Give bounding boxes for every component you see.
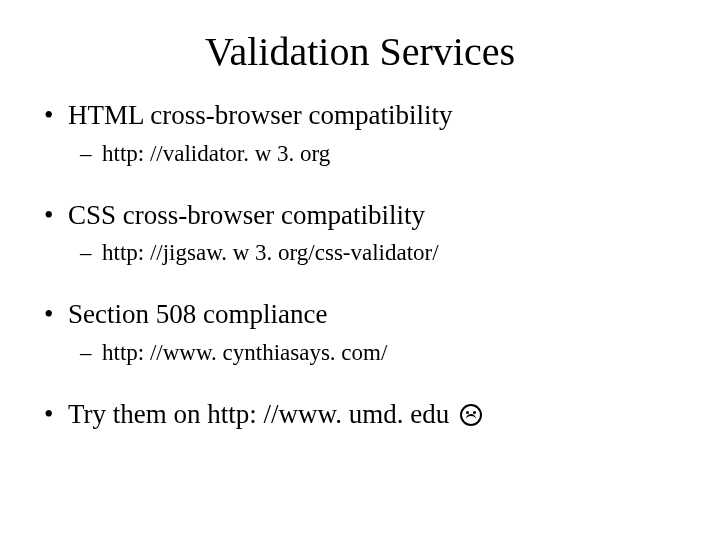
sub-text: http: //jigsaw. w 3. org/css-validator/ (102, 240, 439, 265)
sub-item: http: //validator. w 3. org (68, 139, 680, 169)
sad-face-icon (460, 404, 482, 426)
sub-item: http: //www. cynthiasays. com/ (68, 338, 680, 368)
bullet-item: HTML cross-browser compatibility http: /… (40, 99, 680, 169)
bullet-text: HTML cross-browser compatibility (68, 100, 452, 130)
sub-text: http: //validator. w 3. org (102, 141, 330, 166)
bullet-item: Section 508 compliance http: //www. cynt… (40, 298, 680, 368)
bullet-item: CSS cross-browser compatibility http: //… (40, 199, 680, 269)
slide-title: Validation Services (40, 28, 680, 75)
bullet-text: Try them on http: //www. umd. edu (68, 399, 456, 429)
sub-list: http: //www. cynthiasays. com/ (68, 338, 680, 368)
sub-text: http: //www. cynthiasays. com/ (102, 340, 387, 365)
slide: Validation Services HTML cross-browser c… (0, 0, 720, 540)
sub-list: http: //jigsaw. w 3. org/css-validator/ (68, 238, 680, 268)
bullet-text: Section 508 compliance (68, 299, 327, 329)
bullet-text: CSS cross-browser compatibility (68, 200, 425, 230)
sub-list: http: //validator. w 3. org (68, 139, 680, 169)
bullet-list: HTML cross-browser compatibility http: /… (40, 99, 680, 432)
bullet-item: Try them on http: //www. umd. edu (40, 398, 680, 432)
sub-item: http: //jigsaw. w 3. org/css-validator/ (68, 238, 680, 268)
